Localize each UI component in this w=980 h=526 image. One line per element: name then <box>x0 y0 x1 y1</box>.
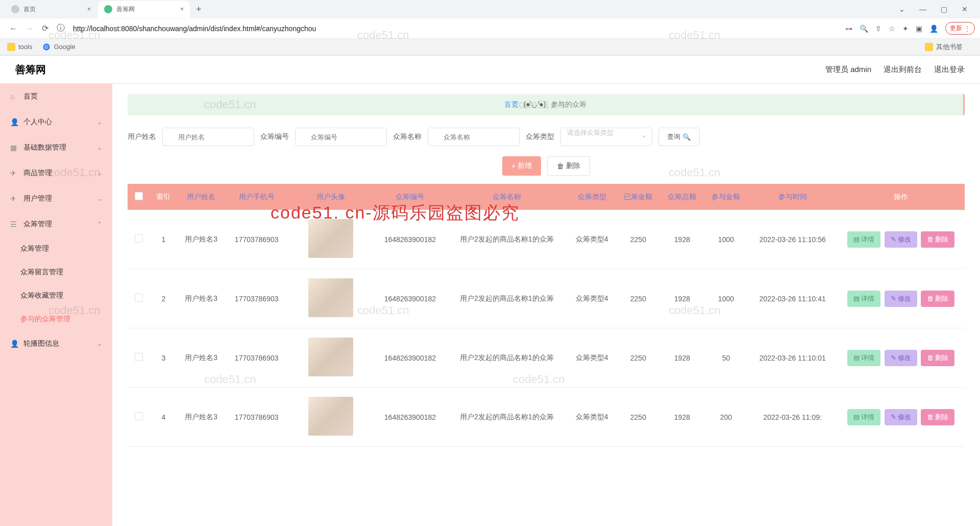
filters-row: 用户姓名 众筹编号 众筹名称 众筹类型 请选择众筹类型 查询🔍 <box>128 128 965 146</box>
add-button[interactable]: +新增 <box>502 156 541 176</box>
close-icon[interactable]: × <box>87 6 91 13</box>
close-icon[interactable]: × <box>180 6 184 13</box>
admin-label[interactable]: 管理员 admin <box>825 65 871 75</box>
th-cftype[interactable]: 众筹类型 <box>568 184 616 210</box>
select-all-checkbox[interactable] <box>135 192 143 200</box>
reload-icon[interactable]: ⟳ <box>38 23 53 33</box>
profile-icon[interactable]: 👤 <box>929 25 938 33</box>
th-join-amount[interactable]: 参与金额 <box>704 184 748 210</box>
frontend-link[interactable]: 退出到前台 <box>884 65 922 75</box>
cell-cfname: 用户2发起的商品名称1的众筹 <box>446 210 568 269</box>
browser-tab-2[interactable]: 善筹网 × <box>98 1 190 18</box>
key-icon[interactable]: ⊶ <box>845 25 852 33</box>
filter-cfname-input[interactable] <box>428 128 520 146</box>
row-checkbox[interactable] <box>135 412 143 420</box>
breadcrumb: 首页 (●'◡'●) 参与的众筹 <box>128 94 965 115</box>
new-tab-button[interactable]: + <box>191 4 207 15</box>
menu-home[interactable]: ⌂首页 <box>0 84 112 109</box>
submenu-cf-manage[interactable]: 众筹管理 <box>0 237 112 260</box>
filter-type-label: 众筹类型 <box>526 132 554 141</box>
zoom-icon[interactable]: 🔍 <box>860 25 868 33</box>
edit-button[interactable]: ✎修改 <box>885 350 917 366</box>
forward-icon[interactable]: → <box>21 24 38 33</box>
browser-tab-1[interactable]: 首页 × <box>5 1 97 18</box>
edit-button[interactable]: ✎修改 <box>885 291 917 307</box>
info-icon[interactable]: ⓘ <box>53 23 69 34</box>
row-delete-button[interactable]: 🗑删除 <box>921 231 954 248</box>
cell-total: 1928 <box>660 388 704 447</box>
maximize-icon[interactable]: ▢ <box>934 2 954 16</box>
cell-index: 3 <box>150 328 177 388</box>
submenu-cf-message[interactable]: 众筹留言管理 <box>0 260 112 284</box>
chevron-down-icon[interactable]: ⌄ <box>892 2 912 16</box>
svg-text:G: G <box>45 44 48 50</box>
cell-raised: 2250 <box>616 388 660 447</box>
row-checkbox[interactable] <box>135 353 143 361</box>
detail-button[interactable]: ▤详情 <box>847 231 880 248</box>
edit-button[interactable]: ✎修改 <box>885 409 917 425</box>
th-avatar[interactable]: 用户头像 <box>287 184 374 210</box>
cell-phone: 17703786903 <box>226 210 287 269</box>
user-icon: 👤 <box>10 340 18 348</box>
close-window-icon[interactable]: ✕ <box>954 2 975 16</box>
cell-code: 1648263900182 <box>374 388 446 447</box>
table-header-row: 索引 用户姓名 用户手机号 用户头像 众筹编号 众筹名称 众筹类型 已筹金额 众… <box>128 184 965 210</box>
query-button[interactable]: 查询🔍 <box>658 128 700 146</box>
th-username[interactable]: 用户姓名 <box>177 184 226 210</box>
sidepanel-icon[interactable]: ▣ <box>916 25 922 33</box>
menu-carousel[interactable]: 👤轮播图信息⌄ <box>0 331 112 356</box>
edit-button[interactable]: ✎修改 <box>885 231 917 248</box>
th-join-time[interactable]: 参与时间 <box>748 184 837 210</box>
detail-button[interactable]: ▤详情 <box>847 409 880 425</box>
filter-type-select[interactable]: 请选择众筹类型 <box>560 128 652 146</box>
extensions-icon[interactable]: ✦ <box>902 25 909 33</box>
row-checkbox[interactable] <box>135 294 143 302</box>
menu-crowdfund[interactable]: ☰众筹管理⌃ <box>0 211 112 237</box>
bookmarks-bar: tools GGoogle 其他书签 <box>0 39 980 55</box>
th-phone[interactable]: 用户手机号 <box>226 184 287 210</box>
trash-icon: 🗑 <box>927 413 934 421</box>
th-code[interactable]: 众筹编号 <box>374 184 446 210</box>
menu-user[interactable]: ✈用户管理⌄ <box>0 186 112 211</box>
th-total[interactable]: 众筹总额 <box>660 184 704 210</box>
filter-name-input[interactable] <box>162 128 254 146</box>
bookmark-tools[interactable]: tools <box>7 43 32 51</box>
submenu-cf-join[interactable]: 参与的众筹管理 <box>0 307 112 331</box>
row-delete-button[interactable]: 🗑删除 <box>921 350 954 366</box>
share-icon[interactable]: ⇧ <box>875 25 881 33</box>
delete-button[interactable]: 🗑删除 <box>547 156 590 176</box>
breadcrumb-home[interactable]: 首页 <box>504 100 519 108</box>
star-icon[interactable]: ☆ <box>889 25 895 33</box>
trash-icon: 🗑 <box>557 162 564 170</box>
avatar-image <box>308 338 353 376</box>
detail-button[interactable]: ▤详情 <box>847 350 880 366</box>
cell-total: 1928 <box>660 210 704 269</box>
th-raised[interactable]: 已筹金额 <box>616 184 660 210</box>
bookmark-google[interactable]: GGoogle <box>42 43 75 51</box>
address-bar[interactable]: http://localhost:8080/shanchouwang/admin… <box>73 25 841 33</box>
table-row: 1 用户姓名3 17703786903 1648263900182 用户2发起的… <box>128 210 965 269</box>
back-icon[interactable]: ← <box>5 24 21 33</box>
cell-join-time: 2022-03-26 11:10:56 <box>748 210 837 269</box>
cell-phone: 17703786903 <box>226 388 287 447</box>
filter-code-input[interactable] <box>295 128 387 146</box>
actions-row: +新增 🗑删除 <box>128 156 965 176</box>
update-button[interactable]: 更新⋮ <box>945 22 975 35</box>
main-wrap: ⌂首页 👤个人中心⌄ ▦基础数据管理⌄ ✈商品管理⌄ ✈用户管理⌄ ☰众筹管理⌃… <box>0 84 980 526</box>
minimize-icon[interactable]: — <box>912 2 934 16</box>
row-checkbox[interactable] <box>135 234 143 243</box>
cell-actions: ▤详情 ✎修改 🗑删除 <box>837 269 965 328</box>
menu-personal[interactable]: 👤个人中心⌄ <box>0 109 112 135</box>
th-cfname[interactable]: 众筹名称 <box>446 184 568 210</box>
row-delete-button[interactable]: 🗑删除 <box>921 409 954 425</box>
menu-basic-data[interactable]: ▦基础数据管理⌄ <box>0 135 112 160</box>
detail-button[interactable]: ▤详情 <box>847 291 880 307</box>
cell-username: 用户姓名3 <box>177 388 226 447</box>
table-row: 2 用户姓名3 17703786903 1648263900182 用户2发起的… <box>128 269 965 328</box>
row-delete-button[interactable]: 🗑删除 <box>921 291 954 307</box>
menu-product[interactable]: ✈商品管理⌄ <box>0 160 112 186</box>
logout-link[interactable]: 退出登录 <box>934 65 965 75</box>
submenu-cf-collect[interactable]: 众筹收藏管理 <box>0 284 112 307</box>
cell-total: 1928 <box>660 269 704 328</box>
bookmark-other[interactable]: 其他书签 <box>925 42 963 52</box>
